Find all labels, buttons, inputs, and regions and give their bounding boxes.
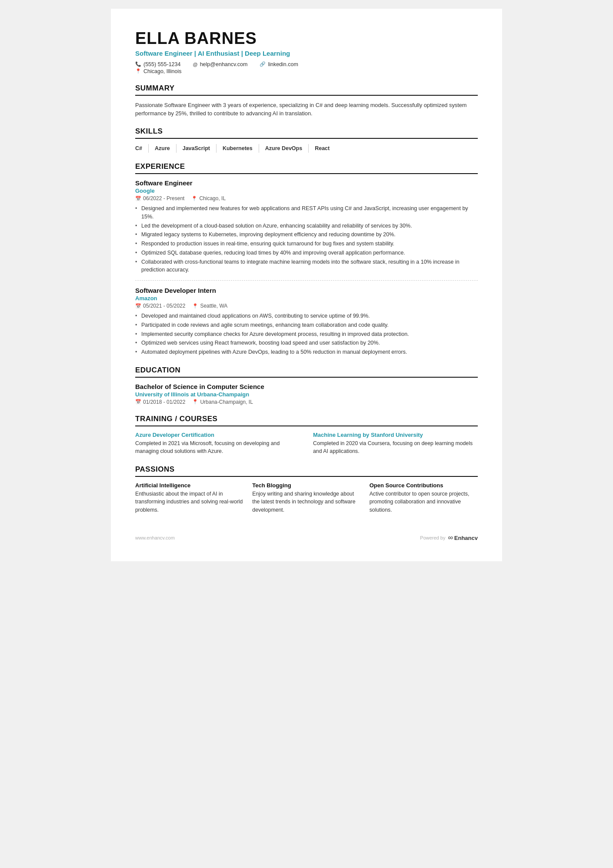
location-row: 📍 Chicago, Illinois — [135, 68, 478, 74]
bullet-item: Developed and maintained cloud applicati… — [135, 312, 478, 320]
summary-section: SUMMARY Passionate Software Engineer wit… — [135, 84, 478, 117]
skill-item: JavaScript — [177, 144, 217, 153]
location-icon: 📍 — [192, 399, 198, 405]
passion-item: Tech Blogging Enjoy writing and sharing … — [252, 482, 360, 514]
education-title: EDUCATION — [135, 366, 478, 378]
experience-title: EXPERIENCE — [135, 162, 478, 174]
training-title: TRAINING / COURSES — [135, 415, 478, 426]
location-icon: 📍 — [135, 68, 141, 74]
training-item-title: Azure Developer Certification — [135, 432, 300, 438]
education-section: EDUCATION Bachelor of Science in Compute… — [135, 366, 478, 405]
skill-item: Azure DevOps — [259, 144, 309, 153]
job-dates: 📅 05/2021 - 05/2022 — [135, 303, 185, 309]
bullet-item: Responded to production issues in real-t… — [135, 240, 478, 248]
enhancv-logo: ∞ Enhancv — [448, 534, 478, 542]
calendar-icon: 📅 — [135, 303, 141, 309]
skill-item: C# — [135, 144, 149, 153]
passion-title: Open Source Contributions — [370, 482, 478, 489]
calendar-icon: 📅 — [135, 399, 141, 405]
passion-title: Tech Blogging — [252, 482, 360, 489]
candidate-title: Software Engineer | AI Enthusiast | Deep… — [135, 50, 478, 57]
passion-body: Enthusiastic about the impact of AI in t… — [135, 490, 243, 514]
calendar-icon: 📅 — [135, 196, 141, 201]
phone-contact: 📞 (555) 555-1234 — [135, 61, 180, 67]
training-item-title: Machine Learning by Stanford University — [313, 432, 478, 438]
bullet-item: Migrated legacy systems to Kubernetes, i… — [135, 231, 478, 239]
linkedin-contact: 🔗 linkedin.com — [260, 61, 298, 67]
job-meta: 📅 05/2021 - 05/2022 📍 Seattle, WA — [135, 303, 478, 309]
linkedin-text: linkedin.com — [268, 61, 298, 67]
summary-body: Passionate Software Engineer with 3 year… — [135, 101, 478, 117]
skills-list: C#AzureJavaScriptKubernetesAzure DevOpsR… — [135, 144, 478, 153]
phone-icon: 📞 — [135, 61, 141, 67]
job-bullets: Designed and implemented new features fo… — [135, 204, 478, 274]
experience-item: Software Developer Intern Amazon 📅 05/20… — [135, 287, 478, 356]
candidate-name: ELLA BARNES — [135, 30, 478, 48]
bullet-item: Optimized web services using React frame… — [135, 339, 478, 347]
location-contact: 📍 Chicago, Illinois — [135, 68, 182, 74]
location-icon: 📍 — [191, 196, 197, 201]
link-icon: 🔗 — [260, 61, 266, 67]
edu-meta: 📅 01/2018 - 01/2022 📍 Urbana-Champaign, … — [135, 399, 478, 405]
email-contact: @ help@enhancv.com — [193, 61, 247, 67]
email-icon: @ — [193, 62, 197, 67]
header-section: ELLA BARNES Software Engineer | AI Enthu… — [135, 30, 478, 74]
passion-body: Enjoy writing and sharing knowledge abou… — [252, 490, 360, 514]
training-item: Azure Developer Certification Completed … — [135, 432, 300, 456]
skills-title: SKILLS — [135, 127, 478, 139]
job-location: 📍 Seattle, WA — [192, 303, 227, 309]
passion-body: Active contributor to open source projec… — [370, 490, 478, 514]
bullet-item: Designed and implemented new features fo… — [135, 204, 478, 221]
bullet-item: Implemented security compliance checks f… — [135, 330, 478, 338]
bullet-item: Optimized SQL database queries, reducing… — [135, 249, 478, 257]
contact-row: 📞 (555) 555-1234 @ help@enhancv.com 🔗 li… — [135, 61, 478, 67]
footer-powered: Powered by ∞ Enhancv — [420, 534, 478, 542]
resume-footer: www.enhancv.com Powered by ∞ Enhancv — [135, 530, 478, 542]
footer-website: www.enhancv.com — [135, 535, 175, 540]
skill-item: Kubernetes — [217, 144, 259, 153]
email-text: help@enhancv.com — [200, 61, 248, 67]
training-list: Azure Developer Certification Completed … — [135, 432, 478, 456]
passion-item: Artificial Intelligence Enthusiastic abo… — [135, 482, 243, 514]
job-dates: 📅 06/2022 - Present — [135, 195, 184, 201]
skills-section: SKILLS C#AzureJavaScriptKubernetesAzure … — [135, 127, 478, 153]
job-company: Amazon — [135, 295, 478, 302]
training-item-body: Completed in 2020 via Coursera, focusing… — [313, 439, 478, 456]
bullet-item: Participated in code reviews and agile s… — [135, 321, 478, 329]
logo-icon: ∞ — [448, 534, 453, 542]
job-title: Software Developer Intern — [135, 287, 478, 294]
bullet-item: Led the development of a cloud-based sol… — [135, 222, 478, 230]
education-entry: Bachelor of Science in Computer Science … — [135, 383, 478, 405]
brand-name: Enhancv — [454, 535, 478, 541]
passions-title: PASSIONS — [135, 465, 478, 477]
passions-list: Artificial Intelligence Enthusiastic abo… — [135, 482, 478, 514]
job-title: Software Engineer — [135, 179, 478, 187]
location-icon: 📍 — [192, 303, 198, 309]
edu-school: University of Illinois at Urbana-Champai… — [135, 391, 478, 398]
summary-title: SUMMARY — [135, 84, 478, 96]
job-bullets: Developed and maintained cloud applicati… — [135, 312, 478, 356]
resume-document: ELLA BARNES Software Engineer | AI Enthu… — [111, 9, 502, 561]
job-location: 📍 Chicago, IL — [191, 195, 226, 201]
skill-item: Azure — [149, 144, 177, 153]
passions-section: PASSIONS Artificial Intelligence Enthusi… — [135, 465, 478, 514]
experience-divider — [135, 280, 478, 281]
location-text: Chicago, Illinois — [143, 68, 182, 74]
passion-item: Open Source Contributions Active contrib… — [370, 482, 478, 514]
bullet-item: Automated deployment pipelines with Azur… — [135, 348, 478, 356]
training-item-body: Completed in 2021 via Microsoft, focusin… — [135, 439, 300, 456]
job-company: Google — [135, 188, 478, 194]
edu-degree: Bachelor of Science in Computer Science — [135, 383, 478, 390]
training-item: Machine Learning by Stanford University … — [313, 432, 478, 456]
skill-item: React — [309, 144, 336, 153]
experience-section: EXPERIENCE Software Engineer Google 📅 06… — [135, 162, 478, 356]
powered-by-text: Powered by — [420, 535, 445, 540]
experience-list: Software Engineer Google 📅 06/2022 - Pre… — [135, 179, 478, 356]
training-section: TRAINING / COURSES Azure Developer Certi… — [135, 415, 478, 456]
passion-title: Artificial Intelligence — [135, 482, 243, 489]
experience-item: Software Engineer Google 📅 06/2022 - Pre… — [135, 179, 478, 274]
bullet-item: Collaborated with cross-functional teams… — [135, 258, 478, 275]
edu-location: 📍 Urbana-Champaign, IL — [192, 399, 253, 405]
edu-dates: 📅 01/2018 - 01/2022 — [135, 399, 185, 405]
job-meta: 📅 06/2022 - Present 📍 Chicago, IL — [135, 195, 478, 201]
